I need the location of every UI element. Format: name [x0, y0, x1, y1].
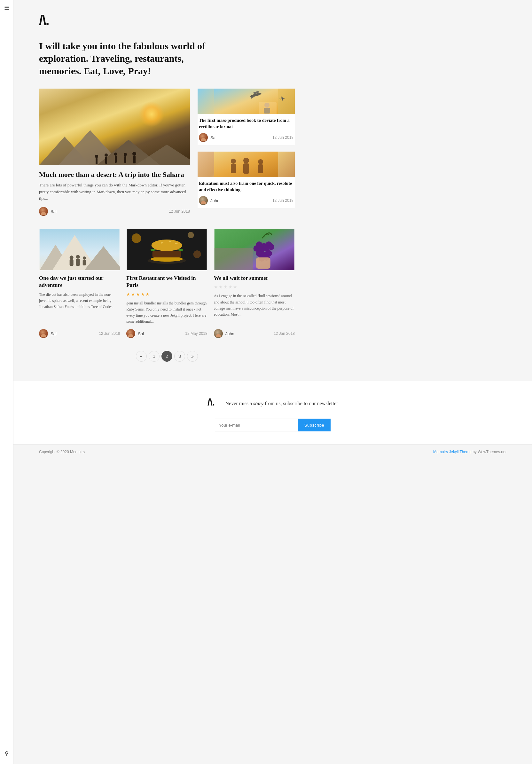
featured-main-image: [39, 89, 190, 165]
subscribe-button[interactable]: Subscribe: [298, 419, 331, 431]
svg-rect-34: [70, 259, 74, 266]
star-empty-2: ★: [219, 284, 223, 290]
newsletter-form: Subscribe: [215, 419, 331, 431]
svg-rect-21: [259, 102, 276, 114]
avatar: [39, 207, 48, 216]
post-date-5: 12 May 2018: [185, 331, 207, 336]
post-date-4: 12 Jun 2018: [99, 331, 120, 336]
card-summer-excerpt: As I engage in the so-called "bull sessi…: [214, 293, 295, 324]
featured-main-author-row: Sal 12 Jun 2018: [39, 207, 190, 216]
girls-image: [198, 152, 295, 177]
svg-rect-52: [214, 248, 253, 270]
newsletter-logo-svg: /\.: [208, 397, 220, 407]
pagination-page-1[interactable]: 1: [149, 351, 160, 362]
post-date-3: 12 Jun 2018: [272, 198, 293, 203]
svg-rect-8: [105, 157, 107, 164]
sidebar-card-2-content: Education must also train one for quick,…: [198, 177, 295, 208]
hamburger-icon[interactable]: ☰: [4, 5, 9, 11]
copyright-text: Copyright © 2020 Memoirs: [39, 450, 85, 454]
hero-heading: I will take you into the fabulous world …: [39, 40, 218, 77]
pagination-page-3[interactable]: 3: [174, 351, 185, 362]
card-summer-author-row: John 12 Jan 2018: [214, 329, 295, 338]
svg-point-35: [76, 255, 80, 259]
grapes-svg: [214, 229, 295, 270]
svg-text:/\.: /\.: [208, 397, 215, 407]
sidebar-card-2-title[interactable]: Education must also train one for quick,…: [199, 180, 293, 193]
featured-main-card: Much more than a desert: A trip into the…: [39, 89, 190, 216]
logo-svg: /\.: [39, 13, 58, 27]
newsletter-logo-row: /\. Never miss a story from us, subscrib…: [208, 397, 338, 410]
main-content: /\. I will take you into the fabulous wo…: [13, 0, 320, 362]
card-restaurant-excerpt: gem install bundler installs the bundler…: [126, 300, 207, 325]
footer-links: Memoirs Jekyll Theme by WowThemes.net: [433, 450, 506, 454]
star-1: ★: [126, 291, 130, 297]
pagination-next[interactable]: »: [187, 351, 198, 362]
card-summer-stars: ★ ★ ★ ★ ★: [214, 284, 295, 290]
card-restaurant-stars: ★ ★ ★ ★ ★: [126, 291, 207, 297]
svg-point-37: [83, 257, 86, 260]
star-4: ★: [141, 291, 145, 297]
pagination-page-2[interactable]: 2: [161, 351, 172, 362]
newsletter-text-after: from us, subscribe to our newsletter: [264, 401, 338, 406]
cards-section: One day we just started our adventure Th…: [39, 229, 295, 338]
sidebar-nav: ☰: [0, 0, 13, 459]
sidebar-card-1-title[interactable]: The first mass-produced book to deviate …: [199, 117, 293, 130]
author-name-2: Sal: [210, 135, 217, 140]
svg-point-23: [231, 159, 236, 164]
star-3: ★: [136, 291, 140, 297]
svg-point-47: [151, 240, 182, 251]
author-name-3: John: [210, 198, 219, 203]
star-2: ★: [131, 291, 135, 297]
svg-rect-65: [256, 258, 270, 269]
svg-point-41: [188, 232, 194, 238]
svg-point-7: [104, 153, 108, 157]
svg-text:/\.: /\.: [39, 13, 49, 27]
card-restaurant-author-row: Sal 12 May 2018: [126, 329, 207, 338]
card-summer-image: [214, 229, 295, 270]
footer-link-suffix: by WowThemes.net: [471, 450, 506, 454]
svg-rect-38: [83, 260, 86, 266]
svg-point-59: [267, 244, 274, 250]
svg-point-11: [124, 153, 127, 156]
card-restaurant-image: [126, 229, 207, 270]
svg-point-13: [132, 152, 136, 156]
card-adventure-title[interactable]: One day we just started our adventure: [39, 275, 120, 289]
avatar-3: [199, 196, 208, 205]
newsletter-section: /\. Never miss a story from us, subscrib…: [13, 381, 532, 444]
sidebar-card-2-image: [198, 152, 295, 177]
author-name: Sal: [51, 209, 57, 214]
bottom-footer: Copyright © 2020 Memoirs Memoirs Jekyll …: [13, 444, 532, 459]
avatar-4: [39, 329, 48, 338]
post-date-6: 12 Jan 2018: [274, 331, 295, 336]
featured-main-title[interactable]: Much more than a desert: A trip into the…: [39, 170, 190, 179]
author-info-4: Sal: [39, 329, 57, 338]
svg-rect-6: [95, 158, 97, 164]
svg-rect-45: [152, 251, 181, 258]
star-empty-1: ★: [214, 284, 218, 290]
star-5: ★: [145, 291, 150, 297]
card-adventure-author-row: Sal 12 Jun 2018: [39, 329, 120, 338]
svg-rect-26: [243, 163, 249, 174]
newsletter-logo: /\.: [208, 397, 220, 410]
pagination-prev[interactable]: «: [136, 351, 147, 362]
sidebar-card-1-content: The first mass-produced book to deviate …: [198, 114, 295, 145]
newsletter-text: Never miss a story from us, subscribe to…: [225, 401, 338, 407]
mountains-svg: [39, 127, 190, 165]
avatar-2: [199, 133, 208, 142]
svg-point-27: [258, 159, 263, 164]
svg-rect-36: [76, 259, 80, 266]
featured-main-excerpt: There are lots of powerful things you ca…: [39, 182, 190, 202]
featured-sidebar: The first mass-produced book to deviate …: [198, 89, 295, 216]
footer-theme-link[interactable]: Memoirs Jekyll Theme: [433, 450, 471, 454]
site-logo[interactable]: /\.: [39, 13, 295, 29]
svg-rect-28: [258, 164, 263, 173]
logo-area: /\.: [39, 13, 295, 29]
author-name-5: Sal: [138, 331, 144, 336]
svg-point-25: [243, 158, 249, 163]
card-restaurant-title[interactable]: First Restaurant we Visited in Paris: [126, 275, 207, 289]
sidebar-card-1: The first mass-produced book to deviate …: [198, 89, 295, 145]
card-summer-title[interactable]: We all wait for summer: [214, 275, 295, 282]
email-input[interactable]: [215, 419, 298, 431]
sidebar-card-2-author-row: John 12 Jun 2018: [199, 196, 293, 205]
newsletter-text-before: Never miss a: [225, 401, 254, 406]
